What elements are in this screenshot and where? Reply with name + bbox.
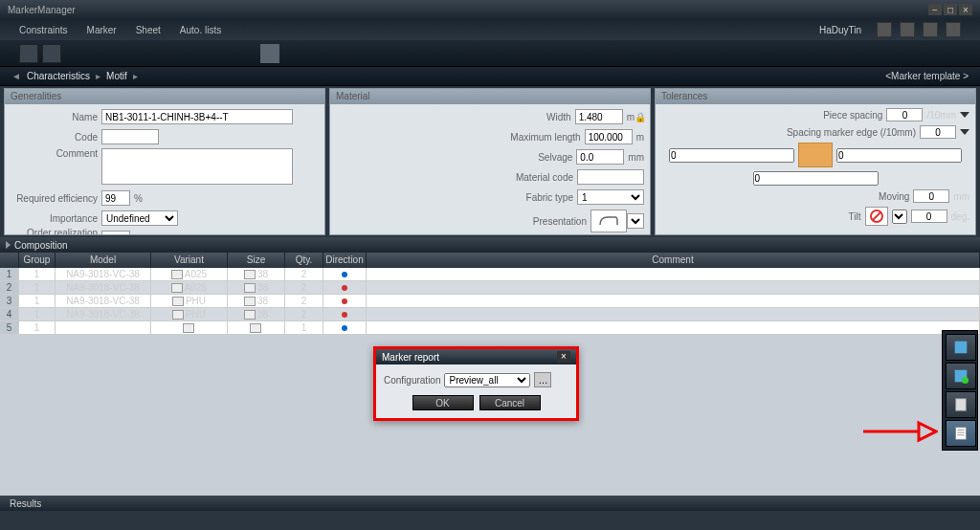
table-row[interactable]: 511 — [0, 321, 980, 335]
composition-header[interactable]: Composition — [0, 237, 980, 253]
tol-center-input[interactable] — [753, 171, 879, 186]
table-row[interactable]: 31NA9-3018-VC-38PHU382 — [0, 295, 980, 308]
cell-size[interactable]: 38 — [228, 281, 285, 294]
cell-button[interactable] — [244, 270, 256, 279]
cell-variant[interactable]: PHU — [151, 308, 228, 320]
cell-direction[interactable] — [323, 321, 367, 334]
presentation-icon[interactable] — [590, 210, 627, 232]
toolbar-icon-2[interactable] — [900, 22, 915, 37]
tilt-select[interactable] — [892, 210, 907, 224]
side-btn-1[interactable] — [946, 334, 976, 361]
close-button[interactable]: × — [959, 4, 972, 15]
col-size[interactable]: Size — [228, 253, 285, 268]
crumb-characteristics[interactable]: Characteristics — [27, 71, 90, 81]
cell-group[interactable]: 1 — [19, 321, 56, 334]
width-input[interactable] — [575, 109, 623, 124]
marker-template-link[interactable]: <Marker template > — [885, 71, 969, 81]
chevron-down-icon[interactable] — [960, 112, 969, 118]
presentation-select[interactable] — [627, 213, 644, 229]
cell-model[interactable] — [56, 321, 151, 334]
edge-input[interactable] — [920, 125, 956, 139]
lock-icon[interactable]: 🔒 — [635, 112, 644, 121]
side-btn-3[interactable] — [946, 391, 976, 418]
dialog-close-icon[interactable]: × — [557, 351, 570, 363]
cell-comment[interactable] — [367, 308, 980, 320]
cell-model[interactable]: NA9-3018-VC-38 — [56, 308, 151, 320]
cell-button[interactable] — [244, 283, 256, 293]
menu-sheet[interactable]: Sheet — [136, 25, 161, 35]
cell-button[interactable] — [172, 310, 184, 320]
toolbar-icon-1[interactable] — [877, 22, 892, 37]
cell-qty[interactable]: 1 — [285, 321, 323, 334]
cell-variant[interactable]: PHU — [151, 295, 228, 307]
cancel-button[interactable]: Cancel — [479, 395, 541, 410]
crumb-motif[interactable]: Motif — [106, 71, 127, 81]
cell-comment[interactable] — [367, 281, 980, 294]
dialog-header[interactable]: Marker report × — [376, 349, 576, 364]
tool-center-icon[interactable] — [260, 44, 279, 63]
cell-variant[interactable] — [151, 321, 228, 334]
cell-variant[interactable]: A025 — [151, 281, 228, 294]
cell-button[interactable] — [183, 323, 194, 333]
cell-model[interactable]: NA9-3018-VC-38 — [56, 268, 151, 280]
config-browse-button[interactable]: … — [534, 372, 551, 387]
cell-group[interactable]: 1 — [19, 281, 56, 294]
menu-auto-lists[interactable]: Auto. lists — [180, 25, 221, 35]
results-header[interactable]: Results — [0, 496, 980, 511]
cell-button[interactable] — [172, 297, 184, 306]
tool-btn-1[interactable] — [19, 44, 38, 63]
col-variant[interactable]: Variant — [151, 253, 228, 268]
cell-qty[interactable]: 2 — [285, 281, 323, 294]
col-comment[interactable]: Comment — [367, 253, 980, 268]
cell-direction[interactable] — [323, 281, 367, 294]
tilt-input[interactable] — [911, 210, 947, 223]
maximize-button[interactable]: □ — [944, 4, 957, 15]
tilt-forbidden-icon[interactable] — [865, 207, 888, 226]
table-row[interactable]: 41NA9-3018-VC-38PHU382 — [0, 308, 980, 321]
cell-size[interactable] — [228, 321, 285, 334]
col-direction[interactable]: Direction — [323, 253, 367, 268]
cell-size[interactable]: 38 — [228, 308, 285, 320]
cell-direction[interactable] — [323, 295, 367, 307]
ok-button[interactable]: OK — [412, 395, 474, 410]
matcode-input[interactable] — [577, 169, 644, 185]
selvage-input[interactable] — [576, 149, 624, 165]
cell-model[interactable]: NA9-3018-VC-38 — [56, 281, 151, 294]
cell-direction[interactable] — [323, 308, 367, 320]
cell-group[interactable]: 1 — [19, 268, 56, 280]
cell-comment[interactable] — [367, 321, 980, 334]
back-arrow-icon[interactable]: ◄ — [11, 71, 21, 81]
cell-group[interactable]: 1 — [19, 308, 56, 320]
cell-qty[interactable]: 2 — [285, 295, 323, 307]
req-eff-input[interactable] — [101, 190, 130, 206]
moving-input[interactable] — [913, 189, 949, 203]
cell-direction[interactable] — [323, 268, 367, 280]
cell-variant[interactable]: A025 — [151, 268, 228, 280]
table-row[interactable]: 21NA9-3018-VC-38A025382 — [0, 281, 980, 295]
cell-button[interactable] — [244, 297, 256, 306]
cell-size[interactable]: 38 — [228, 268, 285, 280]
minimize-button[interactable]: − — [928, 4, 942, 15]
comment-input[interactable] — [101, 148, 293, 185]
order-input[interactable] — [101, 231, 130, 234]
cell-button[interactable] — [171, 283, 183, 293]
col-qty[interactable]: Qty. — [285, 253, 323, 268]
cell-button[interactable] — [250, 323, 261, 333]
importance-select[interactable]: Undefined — [101, 210, 178, 226]
cell-size[interactable]: 38 — [228, 295, 285, 307]
tool-btn-2[interactable] — [42, 44, 61, 63]
table-row[interactable]: 11NA9-3018-VC-38A025382 — [0, 268, 980, 281]
fabric-select[interactable]: 1 — [577, 189, 644, 205]
config-select[interactable]: Preview_all — [444, 373, 530, 387]
cell-comment[interactable] — [367, 268, 980, 280]
cell-qty[interactable]: 2 — [285, 268, 323, 280]
cell-group[interactable]: 1 — [19, 295, 56, 307]
tol-right-input[interactable] — [836, 148, 962, 163]
toolbar-icon-4[interactable] — [946, 22, 961, 37]
cell-button[interactable] — [244, 310, 256, 320]
side-btn-2[interactable] — [946, 363, 976, 389]
toolbar-icon-3[interactable] — [923, 22, 938, 37]
tol-left-input[interactable] — [669, 148, 794, 163]
cell-model[interactable]: NA9-3018-VC-38 — [56, 295, 151, 307]
maxlen-input[interactable] — [585, 129, 633, 144]
